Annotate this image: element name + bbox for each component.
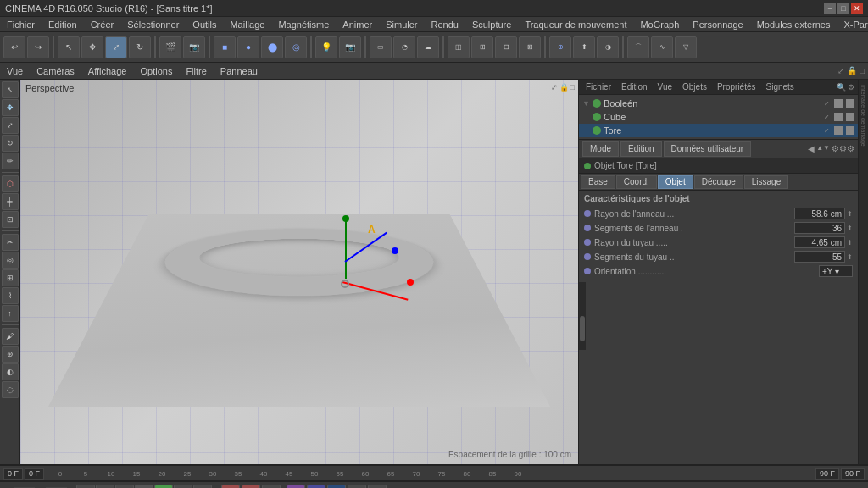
obj-tore-vis[interactable] bbox=[834, 126, 843, 135]
scale-tool-button[interactable]: ⤢ bbox=[105, 36, 127, 58]
obj-cube-check[interactable]: ✓ bbox=[824, 114, 830, 121]
menu-simuler[interactable]: Simuler bbox=[382, 19, 420, 30]
arrow-icons[interactable]: ⚙⚙⚙ bbox=[832, 144, 854, 153]
rotate-tool-button[interactable]: ↻ bbox=[129, 36, 151, 58]
ltb-bridge[interactable]: ⊞ bbox=[2, 269, 19, 286]
prop-value-rayon-tuyau[interactable]: 4.65 cm bbox=[794, 236, 845, 248]
view-tab-filtre[interactable]: Filtre bbox=[182, 66, 209, 76]
ltb-weld[interactable]: ⌇ bbox=[2, 287, 19, 304]
render-region-button[interactable]: 📷 bbox=[183, 36, 205, 58]
props-tab-base[interactable]: Base bbox=[581, 175, 615, 189]
extra-btn-5[interactable]: ◫ bbox=[368, 485, 387, 489]
prop-arrow-seg-anneau[interactable]: ⬆ bbox=[847, 225, 853, 232]
twist-button[interactable]: ∿ bbox=[651, 36, 673, 58]
frame-90b-input[interactable]: 90 F bbox=[841, 468, 865, 480]
om-tab-objets[interactable]: Objets bbox=[679, 82, 710, 92]
menu-xparticles[interactable]: X-Particles bbox=[840, 19, 868, 30]
extra-btn-4[interactable]: ⊞ bbox=[348, 485, 366, 489]
ltb-rotate[interactable]: ↻ bbox=[2, 135, 19, 152]
group-button[interactable]: ◫ bbox=[448, 36, 470, 58]
boole-button[interactable]: ⊕ bbox=[549, 36, 571, 58]
viewport-icon-3[interactable]: □ bbox=[570, 83, 575, 92]
rs-label-interface[interactable]: Interface de démarrage bbox=[860, 81, 866, 150]
anim-step-back[interactable]: ◀◀ bbox=[96, 485, 114, 489]
menu-personnage[interactable]: Personnage bbox=[689, 19, 746, 30]
menu-modules[interactable]: Modules externes bbox=[754, 19, 834, 30]
light-button[interactable]: 💡 bbox=[315, 36, 337, 58]
anim-step-fwd[interactable]: ▶▶ bbox=[174, 485, 192, 489]
cylinder-button[interactable]: ⬤ bbox=[261, 36, 283, 58]
extra-btn-2[interactable]: ■ bbox=[307, 485, 326, 489]
ltb-smooth[interactable]: ◌ bbox=[2, 381, 19, 398]
ltb-loop[interactable]: ◎ bbox=[2, 252, 19, 269]
frame-start-input[interactable]: 0 F bbox=[3, 468, 23, 480]
minimize-button[interactable]: − bbox=[824, 3, 836, 14]
keyframe-auto[interactable]: ⏺ bbox=[242, 485, 260, 489]
ltb-edge[interactable]: ╪ bbox=[2, 193, 19, 210]
viewport-icon-2[interactable]: 🔒 bbox=[559, 83, 569, 92]
close-button[interactable]: ✕ bbox=[851, 3, 863, 14]
maximize-button[interactable]: □ bbox=[837, 3, 849, 14]
move-tool-button[interactable]: ✥ bbox=[81, 36, 103, 58]
obj-row-tore[interactable]: Tore ✓ bbox=[579, 124, 858, 137]
menu-outils[interactable]: Outils bbox=[189, 19, 220, 30]
sphere-button[interactable]: ● bbox=[237, 36, 259, 58]
prop-arrow-rayon-anneau[interactable]: ⬆ bbox=[847, 210, 853, 218]
arrow-right-btn[interactable]: ▲▼ bbox=[816, 144, 830, 153]
menu-magnetisme[interactable]: Magnétisme bbox=[275, 19, 332, 30]
view-tab-options[interactable]: Options bbox=[136, 66, 175, 76]
viewport[interactable]: A Espacement de la grille : 100 cm Persp… bbox=[20, 80, 578, 464]
anim-stop[interactable]: ⏹ bbox=[135, 485, 153, 489]
ltb-poly[interactable]: ⬡ bbox=[2, 175, 19, 192]
obj-booleen-vis[interactable] bbox=[834, 99, 843, 108]
env-button[interactable]: ☁ bbox=[417, 36, 439, 58]
ltb-magnet[interactable]: ⊛ bbox=[2, 346, 19, 363]
menu-mograph[interactable]: MoGraph bbox=[637, 19, 682, 30]
cube-button[interactable]: ■ bbox=[214, 36, 236, 58]
ltb-paint[interactable]: 🖌 bbox=[2, 328, 19, 345]
torus-button[interactable]: ◎ bbox=[285, 36, 307, 58]
right-scroll[interactable] bbox=[579, 282, 586, 350]
menu-edition[interactable]: Edition bbox=[45, 19, 81, 30]
props-tab-objet[interactable]: Objet bbox=[658, 175, 693, 189]
ltb-draw[interactable]: ✏ bbox=[2, 152, 19, 169]
keyframe-record[interactable]: ● bbox=[221, 485, 240, 489]
sky-button[interactable]: ◔ bbox=[393, 36, 415, 58]
prop-arrow-rayon-tuyau[interactable]: ⬆ bbox=[847, 239, 853, 247]
om-tab-proprietes[interactable]: Propriétés bbox=[714, 82, 760, 92]
om-tab-signets[interactable]: Signets bbox=[763, 82, 798, 92]
obj-tore-check[interactable]: ✓ bbox=[824, 127, 830, 135]
menu-fichier[interactable]: Fichier bbox=[3, 19, 38, 30]
floor-button[interactable]: ▭ bbox=[370, 36, 392, 58]
ltb-select[interactable]: ↖ bbox=[2, 81, 19, 98]
select-tool-button[interactable]: ↖ bbox=[58, 36, 80, 58]
mode-tab-edition[interactable]: Edition bbox=[620, 141, 662, 157]
om-search-icon[interactable]: 🔍 bbox=[837, 83, 846, 92]
props-tab-coord[interactable]: Coord. bbox=[616, 175, 657, 189]
ltb-normal[interactable]: ↑ bbox=[2, 305, 19, 322]
frame-end-input[interactable]: 0 F bbox=[25, 468, 44, 480]
obj-booleen-expand[interactable]: ▼ bbox=[582, 99, 590, 108]
obj-cube-vis[interactable] bbox=[834, 113, 843, 121]
viewport-icon-1[interactable]: ⤢ bbox=[551, 83, 558, 92]
obj-booleen-check[interactable]: ✓ bbox=[824, 100, 830, 108]
props-tab-lissage[interactable]: Lissage bbox=[744, 175, 788, 189]
obj-cube-lock[interactable] bbox=[846, 113, 854, 121]
lathe-button[interactable]: ◑ bbox=[597, 36, 619, 58]
om-tab-fichier[interactable]: Fichier bbox=[582, 82, 615, 92]
ltb-move[interactable]: ✥ bbox=[2, 99, 19, 116]
menu-selectionner[interactable]: Sélectionner bbox=[124, 19, 182, 30]
mode-tab-mode[interactable]: Mode bbox=[582, 141, 619, 157]
menu-rendu[interactable]: Rendu bbox=[427, 19, 461, 30]
ltb-point[interactable]: ⊡ bbox=[2, 211, 19, 228]
obj-booleen-lock[interactable] bbox=[846, 99, 854, 108]
ltb-sculpt[interactable]: ◐ bbox=[2, 363, 19, 380]
prop-value-seg-anneau[interactable]: 36 bbox=[794, 222, 845, 234]
prop-value-rayon-anneau[interactable]: 58.6 cm bbox=[794, 208, 845, 219]
menu-animer[interactable]: Animer bbox=[339, 19, 376, 30]
prop-value-seg-tuyau[interactable]: 55 bbox=[794, 251, 845, 263]
obj-row-cube[interactable]: Cube ✓ bbox=[579, 110, 858, 124]
prop-arrow-seg-tuyau[interactable]: ⬆ bbox=[847, 253, 853, 261]
ltb-knife[interactable]: ✂ bbox=[2, 234, 19, 251]
view-tab-panneau[interactable]: Panneau bbox=[217, 66, 261, 76]
